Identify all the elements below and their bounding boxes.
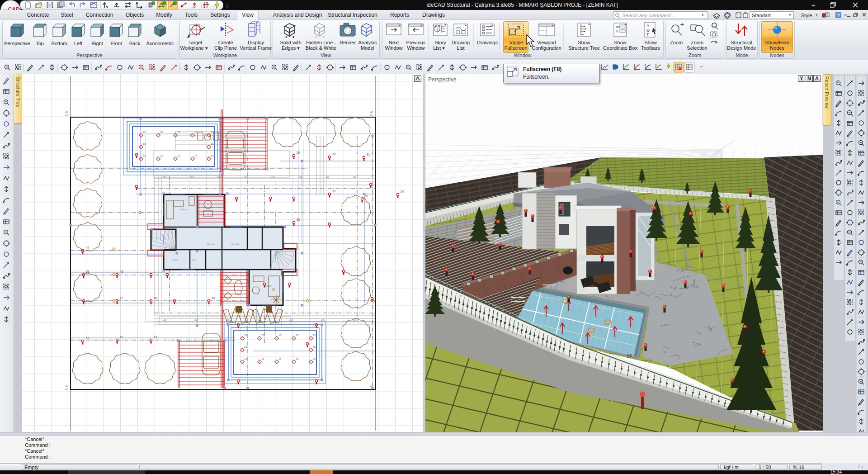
svg-text:15: 15 bbox=[244, 346, 247, 348]
svg-text:15: 15 bbox=[261, 357, 264, 360]
svg-text:15: 15 bbox=[211, 154, 214, 157]
svg-text:±0: ±0 bbox=[370, 114, 373, 117]
svg-text:48: 48 bbox=[120, 270, 123, 273]
svg-text:100: 100 bbox=[298, 175, 302, 178]
svg-text:15: 15 bbox=[278, 357, 282, 360]
svg-text:15: 15 bbox=[143, 154, 146, 157]
svg-text:55: 55 bbox=[154, 296, 157, 299]
svg-text:Mutfak: Mutfak bbox=[231, 243, 240, 246]
svg-text:57: 57 bbox=[120, 296, 123, 299]
svg-text:30: 30 bbox=[332, 152, 336, 156]
svg-text:62: 62 bbox=[120, 336, 123, 339]
svg-text:63: 63 bbox=[154, 336, 157, 339]
svg-text:100: 100 bbox=[163, 175, 167, 178]
svg-text:54: 54 bbox=[212, 296, 215, 299]
svg-text:58: 58 bbox=[86, 270, 90, 273]
svg-text:200: 200 bbox=[163, 318, 167, 321]
svg-text:±0: ±0 bbox=[370, 111, 373, 114]
svg-text:15: 15 bbox=[313, 346, 316, 348]
svg-text:61: 61 bbox=[86, 337, 90, 340]
svg-text:25: 25 bbox=[297, 218, 300, 221]
svg-text:15: 15 bbox=[296, 334, 299, 337]
svg-text:44: 44 bbox=[86, 246, 90, 249]
svg-text:100: 100 bbox=[217, 175, 221, 178]
svg-text:15: 15 bbox=[313, 357, 316, 360]
svg-text:O: O bbox=[646, 28, 650, 33]
svg-text:15: 15 bbox=[194, 154, 198, 157]
svg-text:±0: ±0 bbox=[65, 114, 68, 117]
svg-text:100: 100 bbox=[271, 175, 275, 178]
svg-text:15: 15 bbox=[143, 131, 146, 133]
svg-text:100: 100 bbox=[326, 175, 330, 178]
svg-text:±0: ±0 bbox=[65, 385, 68, 388]
svg-text:15: 15 bbox=[278, 334, 282, 337]
svg-text:200: 200 bbox=[321, 318, 325, 321]
svg-text:15: 15 bbox=[313, 334, 316, 337]
svg-text:15: 15 bbox=[211, 142, 214, 145]
svg-text:15: 15 bbox=[244, 334, 247, 337]
svg-text:Salon: Salon bbox=[180, 208, 187, 211]
svg-text:31: 31 bbox=[367, 153, 370, 156]
svg-text:15: 15 bbox=[177, 131, 180, 133]
svg-text:200: 200 bbox=[194, 318, 198, 321]
svg-text:200: 200 bbox=[289, 318, 293, 321]
svg-text:15: 15 bbox=[296, 357, 299, 360]
svg-text:40: 40 bbox=[627, 353, 633, 359]
svg-text:15: 15 bbox=[261, 334, 264, 337]
svg-text:100: 100 bbox=[190, 175, 194, 178]
svg-text:A: A bbox=[646, 24, 649, 28]
svg-text:±0: ±0 bbox=[65, 111, 68, 114]
svg-text:15: 15 bbox=[160, 154, 163, 157]
svg-text:15: 15 bbox=[244, 357, 247, 360]
svg-text:15: 15 bbox=[160, 131, 163, 133]
svg-text:100: 100 bbox=[353, 175, 357, 178]
svg-text:15: 15 bbox=[177, 154, 180, 157]
svg-text:T: T bbox=[646, 33, 649, 37]
svg-text:15: 15 bbox=[194, 131, 198, 133]
svg-text:24: 24 bbox=[401, 190, 404, 193]
svg-text:29: 29 bbox=[297, 151, 300, 154]
svg-text:Mutfak: Mutfak bbox=[207, 243, 216, 246]
svg-text:Antre: Antre bbox=[172, 258, 179, 261]
svg-text:100: 100 bbox=[244, 175, 248, 178]
svg-text:33: 33 bbox=[332, 190, 336, 193]
svg-text:Wc: Wc bbox=[192, 258, 196, 261]
svg-text:±0: ±0 bbox=[65, 388, 68, 391]
svg-text:15: 15 bbox=[143, 142, 146, 145]
